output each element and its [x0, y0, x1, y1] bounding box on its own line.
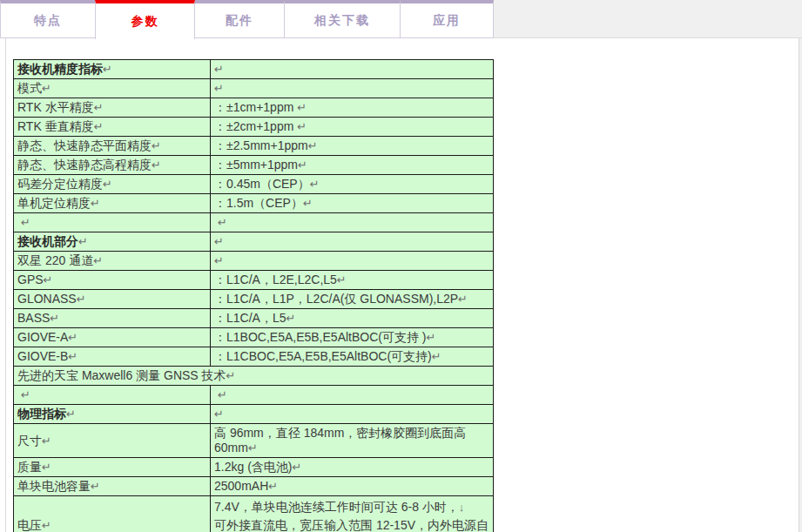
- spec-label: 接收机部分: [17, 234, 78, 248]
- paragraph-mark: ↵: [77, 293, 86, 306]
- paragraph-mark: ↵: [303, 197, 313, 210]
- table-row: 单块电池容量↵2500mAH↵: [14, 477, 494, 496]
- spec-label-cell: GIOVE-B↵: [14, 347, 211, 367]
- table-row: GIOVE-A↵：L1BOC,E5A,E5B,E5AltBOC(可支持 )↵: [14, 328, 494, 347]
- spec-label: RTK 水平精度: [17, 100, 94, 114]
- paragraph-mark: ↵: [226, 369, 236, 382]
- spec-value: 可外接直流电，宽压输入范围 12-15V，内外电源自动切换: [214, 518, 489, 532]
- tab-accessories-label: 配件: [226, 13, 253, 29]
- paragraph-mark: ↵: [218, 216, 227, 229]
- content-panel: 接收机精度指标↵↵模式↵↵RTK 水平精度↵：±1cm+1ppm ↵RTK 垂直…: [5, 38, 799, 532]
- spec-label: 模式: [17, 81, 42, 95]
- spec-label-cell: 静态、快速静态高程精度↵: [14, 156, 211, 175]
- spec-label: 物理指标: [17, 407, 66, 421]
- tab-parameters[interactable]: 参数: [95, 0, 195, 39]
- spec-label-cell: 单块电池容量↵: [14, 477, 211, 496]
- tab-downloads[interactable]: 相关下载: [284, 0, 401, 38]
- spec-label-cell: 单机定位精度↵: [14, 194, 211, 213]
- spec-span-text: 先进的天宝 Maxwell6 测量 GNSS 技术: [17, 368, 226, 382]
- table-row: 双星 220 通道↵↵: [14, 252, 494, 271]
- tab-applications[interactable]: 应用: [400, 0, 494, 38]
- spec-label: GLONASS: [17, 292, 77, 306]
- spec-value: ：L1CBOC,E5A,E5B,E5AltBOC(可支持): [214, 349, 432, 363]
- spec-label: 单机定位精度: [17, 196, 91, 210]
- spec-label: 静态、快速静态平面精度: [17, 138, 152, 152]
- spec-label: 尺寸: [17, 434, 42, 448]
- paragraph-mark: ↵: [214, 63, 224, 76]
- spec-value-cell: ↵: [211, 60, 494, 79]
- paragraph-mark: ↵: [21, 388, 30, 401]
- table-row: 接收机精度指标↵↵: [14, 60, 494, 79]
- spec-value-cell: ：±1cm+1ppm ↵: [211, 98, 494, 118]
- spec-label: 码差分定位精度: [17, 177, 103, 191]
- spec-span-cell: 先进的天宝 Maxwell6 测量 GNSS 技术↵: [14, 367, 494, 386]
- spec-label: 质量: [17, 460, 42, 474]
- paragraph-mark: ↵: [214, 82, 224, 95]
- spec-label-cell: 模式↵: [14, 79, 211, 98]
- spec-value: ：L1C/A，L2E,L2C,L5: [214, 273, 337, 286]
- spec-value: 7.4V，单块电池连续工作时间可达 6-8 小时，: [214, 500, 459, 514]
- spec-value-cell: ：L1C/A，L2E,L2C,L5↵: [211, 271, 494, 290]
- spec-label-cell: 静态、快速静态平面精度↵: [14, 137, 211, 156]
- paragraph-mark: ↵: [42, 519, 51, 532]
- spec-label-cell: 接收机精度指标↵: [14, 60, 211, 79]
- spec-label: 接收机精度指标: [17, 62, 103, 76]
- spec-value-cell: ↵: [211, 79, 494, 98]
- table-row: GPS↵：L1C/A，L2E,L2C,L5↵: [14, 271, 494, 290]
- tab-features[interactable]: 特点: [0, 0, 96, 38]
- table-row: GIOVE-B↵：L1CBOC,E5A,E5B,E5AltBOC(可支持)↵: [14, 347, 494, 367]
- spec-value-cell: ↵: [211, 213, 494, 232]
- spec-value-cell: 2500mAH↵: [211, 477, 494, 496]
- tab-downloads-label: 相关下载: [314, 13, 370, 29]
- paragraph-mark: ↵: [432, 350, 441, 363]
- paragraph-mark: ↵: [152, 139, 161, 152]
- spec-value: ：±5mm+1ppm: [214, 158, 298, 172]
- table-row: GLONASS↵：L1C/A，L1P，L2C/A(仅 GLONASSM),L2P…: [14, 290, 494, 309]
- spec-label-cell: GLONASS↵: [14, 290, 211, 309]
- paragraph-mark: ↵: [214, 254, 224, 267]
- spec-label-cell: ↵: [14, 386, 211, 405]
- paragraph-mark: ↵: [91, 197, 100, 210]
- table-row: 电压↵7.4V，单块电池连续工作时间可达 6-8 小时，↓可外接直流电，宽压输入…: [14, 496, 494, 532]
- spec-value-cell: ↵: [211, 252, 494, 271]
- paragraph-mark: ↵: [91, 480, 100, 493]
- spec-label-cell: 物理指标↵: [14, 405, 211, 424]
- table-row: 先进的天宝 Maxwell6 测量 GNSS 技术↵: [14, 367, 494, 386]
- table-row: ↵ ↵: [14, 386, 494, 405]
- spec-table: 接收机精度指标↵↵模式↵↵RTK 水平精度↵：±1cm+1ppm ↵RTK 垂直…: [13, 59, 494, 532]
- tab-features-label: 特点: [34, 13, 62, 29]
- paragraph-mark: ↵: [214, 235, 224, 248]
- tab-applications-label: 应用: [433, 13, 461, 29]
- paragraph-mark: ↵: [42, 461, 51, 474]
- paragraph-mark: ↵: [292, 461, 301, 474]
- paragraph-mark: ↵: [78, 235, 88, 248]
- table-row: 静态、快速静态高程精度↵：±5mm+1ppm↵: [14, 156, 494, 175]
- table-row: 码差分定位精度↵：0.45m（CEP）↵: [14, 175, 494, 194]
- spec-value: ：L1BOC,E5A,E5B,E5AltBOC(可支持 ): [214, 330, 427, 344]
- table-row: 尺寸↵高 96mm，直径 184mm，密封橡胶圈到底面高 60mm↵: [14, 424, 494, 458]
- tab-accessories[interactable]: 配件: [194, 0, 285, 38]
- spec-label-cell: 双星 220 通道↵: [14, 252, 211, 271]
- table-row: RTK 垂直精度↵：±2cm+1ppm ↵: [14, 118, 494, 137]
- paragraph-mark: ↵: [68, 350, 78, 363]
- paragraph-mark: ↵: [218, 388, 227, 401]
- paragraph-mark: ↵: [458, 293, 468, 306]
- soft-break-mark: ↓: [459, 501, 465, 514]
- paragraph-mark: ↵: [152, 158, 161, 172]
- spec-value-line: 7.4V，单块电池连续工作时间可达 6-8 小时，↓: [214, 498, 489, 516]
- spec-value-cell: ：L1C/A，L5↵: [211, 309, 494, 328]
- spec-value-cell: ↵: [211, 232, 494, 252]
- spec-label: RTK 垂直精度: [17, 119, 94, 133]
- paragraph-mark: ↵: [310, 178, 320, 191]
- paragraph-mark: ↵: [42, 434, 51, 448]
- spec-label-cell: GIOVE-A↵: [14, 328, 211, 347]
- spec-value: ：±2.5mm+1ppm: [214, 138, 308, 152]
- spec-label-cell: ↵: [14, 213, 211, 232]
- paragraph-mark: ↵: [42, 82, 51, 95]
- table-row: 静态、快速静态平面精度↵：±2.5mm+1ppm↵: [14, 137, 494, 156]
- paragraph-mark: ↵: [50, 312, 59, 325]
- tab-bar: 特点 参数 配件 相关下载 应用: [0, 0, 802, 39]
- paragraph-mark: ↵: [103, 178, 112, 191]
- paragraph-mark: ↵: [66, 407, 76, 421]
- spec-value-cell: ↵: [211, 405, 494, 424]
